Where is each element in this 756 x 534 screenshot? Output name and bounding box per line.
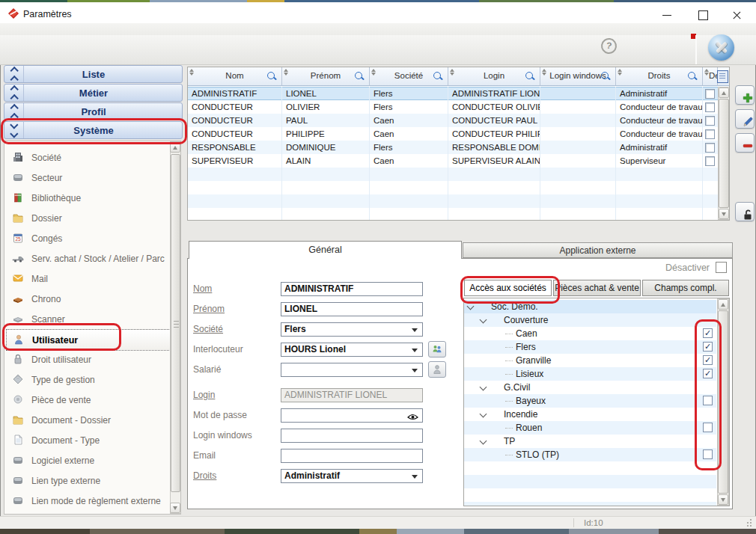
edit-button[interactable] [735,109,755,129]
table-row[interactable]: CONDUCTEURPHILIPPECaenCONDUCTEUR PHILIPP… [188,127,718,141]
tree-node-stlo-(tp)[interactable]: STLO (TP) [464,448,716,461]
resize-grip[interactable] [750,525,752,527]
desactive-checkbox[interactable] [705,116,715,126]
scroll-up-icon[interactable] [719,88,729,98]
column-header-login_windows[interactable]: Login windows [540,67,616,86]
tab-pieces-achat-vente[interactable]: Pièces achat & vente [553,280,641,296]
tree-scrollbar-thumb[interactable] [718,310,728,494]
table-row[interactable]: SUPERVISEURALAINCaenSUPERVISEUR ALAINSup… [188,154,718,168]
section-metier[interactable]: Métier [4,84,183,102]
section-liste[interactable]: Liste [4,65,183,83]
column-chooser-icon[interactable] [717,70,728,83]
sidebar-item-dossier[interactable]: Dossier [6,208,169,228]
tree-node-incendie[interactable]: Incendie [464,408,716,421]
tab-application-externe[interactable]: Application externe [463,242,733,258]
field-label-societe[interactable]: Société [193,324,277,334]
sidebar-item-utilisateur[interactable]: Utilisateur [6,329,171,351]
field-droits[interactable]: Administratif [281,469,423,483]
open-contacts-button[interactable] [428,341,446,357]
column-header-droits[interactable]: Droits [616,67,703,86]
desactive-checkbox[interactable] [705,89,715,99]
maximize-icon[interactable] [692,8,712,22]
tab-champs-compl[interactable]: Champs compl. [642,280,729,296]
field-societe[interactable]: Flers [281,322,423,337]
field-label-nom[interactable]: Nom [193,283,277,294]
column-header-nom[interactable]: Nom [188,67,282,86]
sidebar-scrollbar-thumb[interactable] [171,154,180,492]
tree-node-granville[interactable]: Granville✓ [464,354,716,367]
scroll-down-icon[interactable] [718,494,728,505]
close-icon[interactable] [727,8,746,22]
tree-node-g-civil[interactable]: G.Civil [464,381,716,394]
tree-node-tp[interactable]: TP [464,435,716,448]
search-icon[interactable] [267,72,275,79]
field-nom[interactable]: ADMINISTRATIF [281,282,423,296]
add-button[interactable] [735,85,755,105]
sidebar-item-lien-type-externe[interactable]: Lien type externe [6,470,169,491]
tab-acces-aux-societes[interactable]: Accès aux sociétés [464,280,552,296]
field-mot-de-passe[interactable] [281,408,423,423]
society-access-checkbox[interactable] [703,396,713,405]
table-row[interactable]: RESPONSABLEDOMINIQUEFlersRESPONSABLE DOM… [188,141,718,154]
lock-button[interactable] [735,202,755,221]
field-email[interactable] [281,449,423,463]
tree-node-flers[interactable]: Flers✓ [464,340,716,354]
desactiver-checkbox[interactable] [716,262,727,273]
tree-node-bayeux[interactable]: Bayeux [464,394,716,408]
tree-node-couverture[interactable]: Couverture [464,313,716,327]
desactive-checkbox[interactable] [705,129,715,139]
sidebar-item-type-de-gestion[interactable]: Type de gestion [6,369,169,390]
tree-node-rouen[interactable]: Rouen [464,421,716,435]
blue-close-x-icon[interactable] [708,34,734,61]
table-row[interactable]: CONDUCTEURPAULCaenCONDUCTEUR PAULConduct… [188,114,718,127]
search-icon[interactable] [601,72,609,79]
eye-icon[interactable] [407,412,418,423]
field-interlocuteur[interactable]: HOURS Lionel [281,343,423,357]
help-icon[interactable]: ? [600,37,618,55]
sidebar-item-logiciel-externe[interactable]: Logiciel externe [6,450,169,470]
table-row[interactable]: CONDUCTEUROLIVIERFlersCONDUCTEUR OLIVIER… [188,100,718,114]
society-access-checkbox[interactable] [703,449,713,459]
search-icon[interactable] [433,72,441,79]
delete-button[interactable] [735,133,755,153]
society-access-checkbox[interactable]: ✓ [703,342,713,352]
scroll-down-icon[interactable] [719,209,729,219]
field-label-droits[interactable]: Droits [193,470,277,481]
table-row[interactable]: ADMINISTRATIFLIONELFlersADMINISTRATIF LI… [188,87,718,100]
tab-general[interactable]: Général [189,241,462,259]
column-header-societe[interactable]: Société [370,67,448,86]
desactive-checkbox[interactable] [705,156,715,166]
society-access-checkbox[interactable]: ✓ [703,355,713,365]
sidebar-item-partial[interactable] [6,511,169,515]
scroll-down-icon[interactable] [170,503,180,513]
sidebar-item-piece-de-vente[interactable]: Pièce de vente [6,390,169,410]
column-header-login[interactable]: Login [448,67,540,86]
search-icon[interactable] [525,72,533,79]
sidebar-item-bibliotheque[interactable]: Bibliothèque [6,188,169,208]
sidebar-item-document-type[interactable]: Document - Type [6,430,169,450]
sidebar-item-mail[interactable]: Mail [6,268,169,289]
sidebar-item-document-dossier[interactable]: Document - Dossier [6,410,169,430]
chevron-down-icon[interactable] [480,316,487,324]
field-prenom[interactable]: LIONEL [281,302,423,316]
sidebar-item-droit-utilisateur[interactable]: Droit utilisateur [6,349,169,369]
sidebar-item-societe[interactable]: Société [6,147,169,168]
sidebar-item-lien-mode-de-reglement-externe[interactable]: Lien mode de règlement externe [6,491,169,511]
society-access-checkbox[interactable] [703,423,713,432]
tree-node-caen[interactable]: Caen✓ [464,327,716,340]
table-scrollbar-thumb[interactable] [719,99,729,208]
field-label-login[interactable]: Login [193,390,277,400]
field-salarie[interactable] [281,363,423,377]
tree-node-lisieux[interactable]: Lisieux✓ [464,367,716,381]
chevron-down-icon[interactable] [480,438,487,445]
field-login-windows[interactable] [281,429,423,443]
chevron-down-icon[interactable] [480,411,487,418]
search-icon[interactable] [688,72,695,79]
chevron-down-icon[interactable] [467,303,475,310]
scroll-up-icon[interactable] [170,142,180,153]
sidebar-item-conges[interactable]: 25Congés [6,228,169,248]
open-employee-button[interactable] [428,361,446,378]
tree-node-soc-demo[interactable]: Soc. Démo. [464,300,716,313]
scroll-up-icon[interactable] [718,299,728,310]
field-label-prenom[interactable]: Prénom [193,304,277,314]
